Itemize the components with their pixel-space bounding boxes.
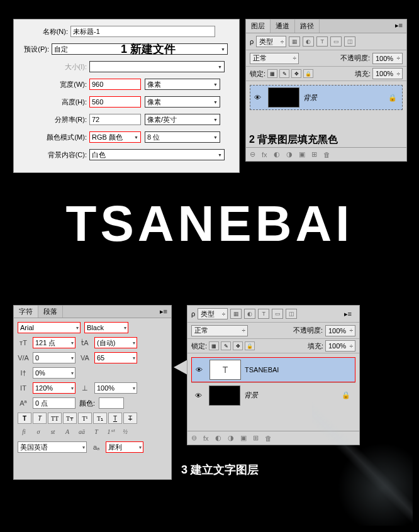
filter-type[interactable]: 类型	[256, 36, 286, 47]
lock-all-icon[interactable]: 🔒	[245, 341, 255, 350]
blend-mode[interactable]: 正常	[191, 325, 248, 336]
super-icon[interactable]: T¹	[78, 413, 92, 424]
frac1-icon[interactable]: 1ˢᵗ	[104, 426, 117, 436]
filter-smart-icon[interactable]: ◫	[286, 309, 297, 319]
fx-icon[interactable]: fx	[203, 435, 209, 442]
folder-icon[interactable]: ▣	[299, 150, 305, 158]
width-input[interactable]	[89, 79, 141, 90]
filter-adjust-icon[interactable]: ◐	[303, 36, 314, 47]
new-layer-icon[interactable]: ⊞	[311, 150, 317, 158]
underline-icon[interactable]: T	[108, 413, 122, 424]
size-label: 大小(I):	[20, 62, 89, 72]
strike-icon[interactable]: T	[123, 413, 137, 424]
ord-icon[interactable]: T	[90, 426, 103, 436]
lock-pixels-icon[interactable]: ▦	[267, 69, 277, 78]
filter-text-icon[interactable]: T	[258, 309, 269, 319]
new-document-dialog: 名称(N): 预设(P): 自定 大小(I): 宽度(W): 像素 高度(H):…	[13, 19, 240, 173]
filter-shape-icon[interactable]: ▭	[272, 309, 283, 319]
italic-icon[interactable]: T	[33, 413, 47, 424]
new-layer-icon[interactable]: ⊞	[253, 434, 259, 442]
layer-row-bg[interactable]: 👁 背景 🔒	[250, 85, 403, 110]
preset-label: 预设(P):	[20, 45, 52, 54]
bitdepth-select[interactable]: 8 位	[145, 131, 220, 143]
opacity-input[interactable]: 100%	[325, 325, 355, 336]
visibility-icon[interactable]: 👁	[250, 94, 264, 101]
trash-icon[interactable]: 🗑	[265, 435, 272, 442]
color-swatch[interactable]	[99, 397, 124, 409]
adjust-icon[interactable]: ◑	[228, 434, 234, 442]
lang-select[interactable]: 美国英语	[18, 441, 87, 453]
baseline[interactable]: 0 点	[33, 397, 75, 409]
lock-paint-icon[interactable]: ✎	[221, 341, 231, 350]
antialias[interactable]: 犀利	[106, 441, 143, 453]
oldstyle-icon[interactable]: σ	[32, 426, 45, 436]
panel-menu-icon[interactable]: ▸≡	[391, 19, 406, 33]
smallcaps-icon[interactable]: Tᴛ	[63, 413, 77, 424]
width-unit-select[interactable]: 像素	[145, 79, 220, 90]
tab-paths[interactable]: 路径	[295, 19, 320, 33]
tsume[interactable]: 0%	[33, 367, 75, 379]
font-family[interactable]: Arial	[18, 322, 81, 333]
adjust-icon[interactable]: ◑	[286, 150, 293, 158]
folder-icon[interactable]: ▣	[240, 434, 247, 442]
visibility-icon[interactable]: 👁	[191, 392, 205, 399]
sub-icon[interactable]: T₁	[93, 413, 107, 424]
tracking[interactable]: 65	[94, 352, 137, 363]
mask-icon[interactable]: ◐	[274, 150, 280, 158]
bg-select[interactable]: 白色	[89, 149, 225, 160]
filter-smart-icon[interactable]: ◫	[344, 36, 355, 47]
mask-icon[interactable]: ◐	[215, 434, 221, 442]
res-input[interactable]	[89, 114, 141, 125]
filter-text-icon[interactable]: T	[316, 36, 328, 47]
tab-channels[interactable]: 通道	[271, 19, 295, 33]
lock-all-icon[interactable]: 🔒	[303, 69, 313, 78]
tab-paragraph[interactable]: 段落	[38, 306, 63, 318]
frac2-icon[interactable]: ½	[119, 426, 131, 436]
lock-pixels-icon[interactable]: ▦	[209, 341, 219, 350]
opacity-input[interactable]: 100%	[372, 53, 403, 64]
allcaps-icon[interactable]: TT	[48, 413, 62, 424]
filter-pixel-icon[interactable]: ▦	[230, 309, 242, 319]
trash-icon[interactable]: 🗑	[323, 151, 330, 158]
font-size[interactable]: 121 点	[33, 337, 75, 348]
name-input[interactable]	[70, 26, 215, 37]
panel-menu-icon[interactable]: ▸≡	[156, 306, 171, 318]
height-label: 高度(H):	[20, 97, 89, 107]
alt-icon[interactable]: A	[61, 426, 74, 436]
filter-adjust-icon[interactable]: ◐	[244, 309, 255, 319]
kerning[interactable]: 0	[33, 352, 75, 363]
link-icon[interactable]: ⊖	[191, 434, 197, 442]
titling-icon[interactable]: aā	[75, 426, 88, 436]
color-label: 颜色:	[79, 399, 95, 408]
fill-input[interactable]: 100%	[325, 340, 355, 352]
liga-icon[interactable]: fi	[18, 426, 30, 436]
panel-menu-icon[interactable]: ▸≡	[340, 308, 355, 320]
tab-layers[interactable]: 图层	[246, 19, 271, 33]
lock-paint-icon[interactable]: ✎	[279, 69, 289, 78]
colormode-select[interactable]: RGB 颜色	[89, 131, 141, 143]
layer-actions: ⊖ fx ◐ ◑ ▣ ⊞ 🗑	[246, 147, 406, 161]
visibility-icon[interactable]: 👁	[192, 366, 206, 374]
filter-icon: ρ	[250, 38, 254, 45]
height-unit-select[interactable]: 像素	[145, 96, 220, 108]
height-input[interactable]	[89, 96, 141, 108]
hscale[interactable]: 100%	[94, 382, 137, 394]
layer-row-text[interactable]: 👁 T TSANEBAI	[191, 357, 355, 382]
bold-icon[interactable]: T	[18, 413, 31, 424]
fill-input[interactable]: 100%	[372, 68, 403, 79]
link-icon[interactable]: ⊖	[250, 150, 255, 158]
vscale[interactable]: 120%	[33, 382, 75, 394]
lock-pos-icon[interactable]: ✥	[291, 69, 301, 78]
filter-type[interactable]: 类型	[198, 308, 228, 319]
font-weight[interactable]: Black	[84, 322, 128, 333]
glass-decoration	[312, 400, 413, 526]
filter-shape-icon[interactable]: ▭	[330, 36, 342, 47]
filter-pixel-icon[interactable]: ▦	[289, 36, 300, 47]
tab-character[interactable]: 字符	[14, 306, 38, 318]
fx-icon[interactable]: fx	[262, 151, 267, 158]
res-unit-select[interactable]: 像素/英寸	[145, 114, 220, 125]
swash-icon[interactable]: st	[47, 426, 59, 436]
lock-pos-icon[interactable]: ✥	[233, 341, 243, 350]
blend-mode[interactable]: 正常	[250, 53, 299, 64]
leading[interactable]: (自动)	[94, 337, 137, 348]
